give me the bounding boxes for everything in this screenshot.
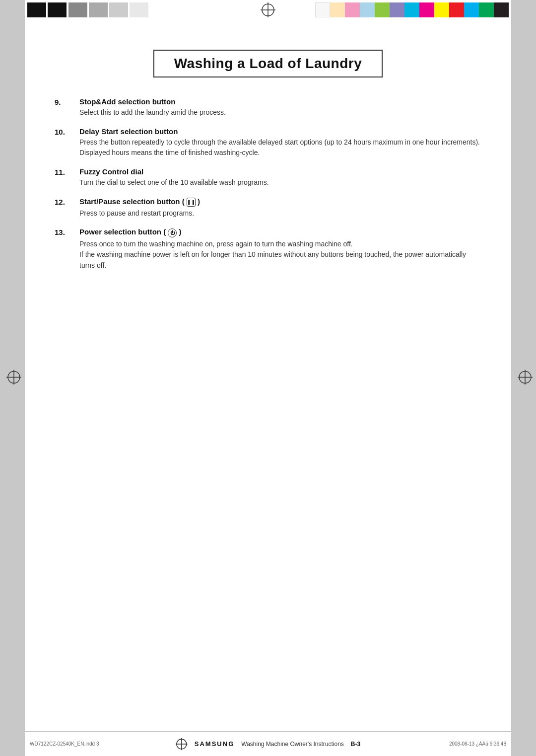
- swatch-pink-light: [345, 2, 360, 17]
- item-content-12: Start/Pause selection button ( ▌▐ ) Pres…: [79, 197, 481, 219]
- page-title: Washing a Load of Laundry: [174, 56, 362, 72]
- gray-square-1: [68, 2, 87, 17]
- item-number-13: 13.: [55, 227, 79, 236]
- item-body-10: Press the button repeatedly to cycle thr…: [79, 137, 481, 158]
- footer-file-left: WD7122CZ-02540K_EN.indd 3: [30, 741, 99, 747]
- list-item: 12. Start/Pause selection button ( ▌▐ ) …: [55, 197, 481, 219]
- top-gray-marks: [68, 2, 148, 17]
- footer-bar: WD7122CZ-02540K_EN.indd 3 SAMSUNG Washin…: [25, 731, 511, 756]
- list-item: 13. Power selection button ( ⏻ ) Press o…: [55, 227, 481, 271]
- top-center-registration: [261, 2, 275, 19]
- swatch-magenta: [419, 2, 434, 17]
- swatch-green-light: [375, 2, 390, 17]
- item-number-9: 9.: [55, 97, 79, 106]
- samsung-brand: SAMSUNG: [195, 740, 234, 748]
- bottom-center-registration: [176, 738, 188, 750]
- black-square-1: [27, 2, 46, 17]
- item-content-11: Fuzzy Control dial Turn the dial to sele…: [79, 167, 481, 188]
- item-heading-9: Stop&Add selection button: [79, 97, 175, 106]
- item-heading-11: Fuzzy Control dial: [79, 167, 143, 176]
- item-heading-10: Delay Start selection button: [79, 127, 178, 136]
- main-content: Washing a Load of Laundry 9. Stop&Add se…: [25, 20, 511, 731]
- gray-square-2: [89, 2, 108, 17]
- black-square-2: [48, 2, 67, 17]
- item-number-12: 12.: [55, 197, 79, 206]
- swatch-black: [494, 2, 509, 17]
- swatch-white: [315, 2, 330, 17]
- color-swatches: [315, 2, 509, 17]
- gray-square-4: [130, 2, 148, 17]
- item-content-13: Power selection button ( ⏻ ) Press once …: [79, 227, 481, 271]
- item-icon-13: ( ⏻ ): [163, 227, 181, 236]
- footer-description: Washing Machine Owner's Instructions: [241, 741, 344, 748]
- gray-square-3: [109, 2, 128, 17]
- page-title-container: Washing a Load of Laundry: [55, 50, 481, 77]
- item-icon-12: ( ▌▐ ): [182, 197, 200, 206]
- swatch-yellow: [434, 2, 449, 17]
- swatch-red: [449, 2, 464, 17]
- top-left-marks: [27, 2, 67, 17]
- item-number-11: 11.: [55, 167, 79, 176]
- swatch-blue: [464, 2, 479, 17]
- content-list: 9. Stop&Add selection button Select this…: [55, 97, 481, 271]
- right-sidebar: [511, 0, 536, 756]
- swatch-green: [479, 2, 494, 17]
- item-body-9: Select this to add the laundry amid the …: [79, 107, 481, 118]
- left-registration-mark: [6, 370, 21, 385]
- swatch-peach: [330, 2, 345, 17]
- footer-center: SAMSUNG Washing Machine Owner's Instruct…: [176, 738, 360, 750]
- item-body-11: Turn the dial to select one of the 10 av…: [79, 177, 481, 188]
- item-body-12: Press to pause and restart programs.: [79, 208, 481, 219]
- page-title-box: Washing a Load of Laundry: [153, 50, 383, 77]
- left-sidebar: [0, 0, 25, 756]
- list-item: 10. Delay Start selection button Press t…: [55, 127, 481, 158]
- swatch-purple: [390, 2, 404, 17]
- item-content-10: Delay Start selection button Press the b…: [79, 127, 481, 158]
- item-body-13: Press once to turn the washing machine o…: [79, 239, 481, 271]
- item-heading-12: Start/Pause selection button ( ▌▐ ): [79, 197, 200, 206]
- item-number-10: 10.: [55, 127, 79, 136]
- item-heading-13: Power selection button ( ⏻ ): [79, 227, 182, 236]
- item-content-9: Stop&Add selection button Select this to…: [79, 97, 481, 118]
- footer-page-label: B-3: [351, 741, 360, 748]
- footer-file-right: 2008-08-13 ¿ÀÀü 9:36:48: [449, 741, 506, 747]
- right-registration-mark: [518, 370, 533, 385]
- top-bar: [0, 0, 536, 20]
- list-item: 9. Stop&Add selection button Select this…: [55, 97, 481, 118]
- swatch-cyan: [404, 2, 419, 17]
- swatch-blue-light: [360, 2, 375, 17]
- list-item: 11. Fuzzy Control dial Turn the dial to …: [55, 167, 481, 188]
